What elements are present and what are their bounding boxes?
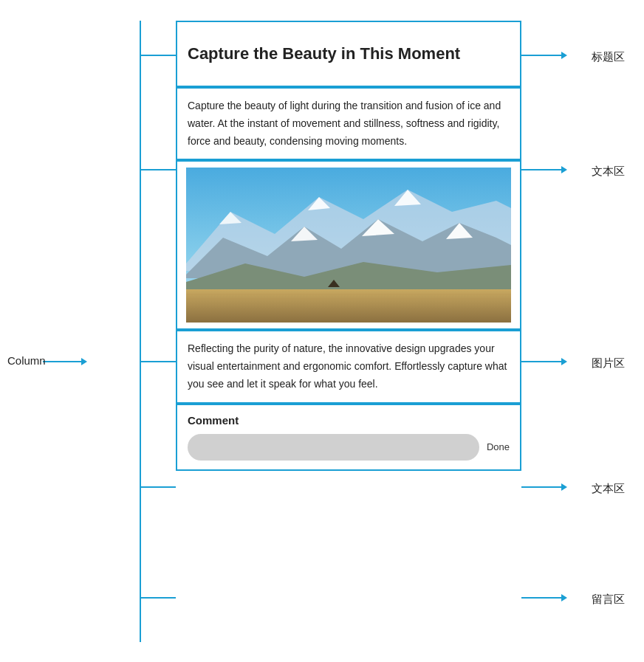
label-text2: 文本区 [592,482,625,496]
comment-input[interactable] [188,434,479,461]
comment-input-row: Done [188,434,510,461]
label-image: 图片区 [592,356,625,370]
comment-section: Comment Done [176,404,521,471]
label-text1: 文本区 [592,165,625,179]
label-image-text: 图片区 [592,356,625,370]
mountain-svg [183,168,514,323]
label-comment-text: 留言区 [592,593,625,607]
label-title: 标题区 [592,50,625,64]
page-wrapper: Capture the Beauty in This Moment Captur… [0,0,644,662]
title-text: Capture the Beauty in This Moment [188,44,460,65]
svg-marker-15 [561,594,567,601]
svg-marker-13 [561,483,567,491]
mountain-image [183,168,514,323]
column-label-text: Column [7,354,46,367]
content-column: Capture the Beauty in This Moment Captur… [176,21,521,471]
image-section [176,160,521,330]
text-section-1: Capture the beauty of light during the t… [176,87,521,160]
text-section-2: Reflecting the purity of nature, the inn… [176,330,521,403]
body-text-2: Reflecting the purity of nature, the inn… [188,340,510,393]
column-label-container: Column [7,354,46,367]
done-button[interactable]: Done [487,441,510,452]
svg-marker-9 [561,166,567,173]
comment-label: Comment [188,414,510,427]
label-text2-text: 文本区 [592,482,625,496]
label-comment: 留言区 [592,593,625,607]
svg-marker-17 [81,358,87,365]
body-text-1: Capture the beauty of light during the t… [188,97,510,150]
label-text1-text: 文本区 [592,165,625,179]
svg-marker-7 [561,52,567,59]
svg-marker-11 [561,358,567,365]
title-section: Capture the Beauty in This Moment [176,21,521,87]
label-title-text: 标题区 [592,50,625,64]
